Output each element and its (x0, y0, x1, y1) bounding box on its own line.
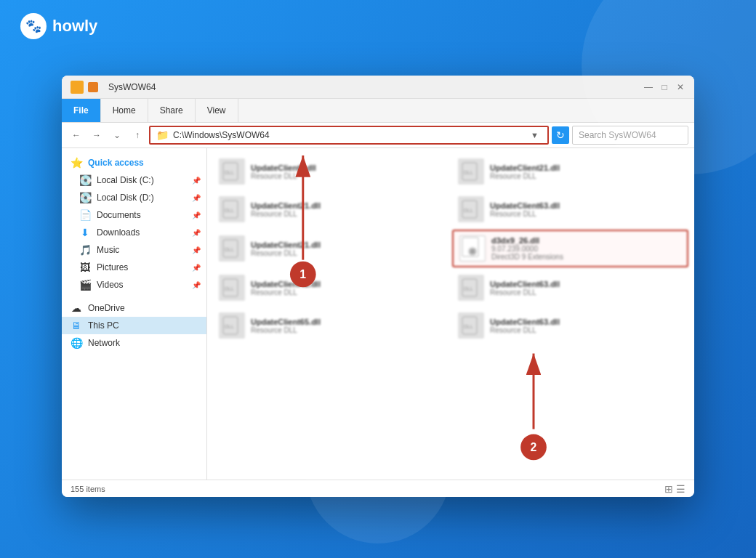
ribbon-tabs: File Home Share View (62, 99, 694, 122)
file-thumb-1: DLL (219, 158, 245, 185)
sidebar-item-local-disk-c[interactable]: 💽 Local Disk (C:) 📌 (62, 171, 206, 189)
file-info-9: UpdateClient65.dll Resource DLL (251, 318, 321, 334)
file-desc-1: Resource DLL (251, 172, 316, 180)
videos-icon: 🎬 (79, 279, 91, 291)
pin-icon-d: 📌 (192, 194, 201, 202)
back-button[interactable]: ← (68, 126, 85, 144)
sidebar-item-this-pc[interactable]: 🖥 This PC (62, 317, 206, 334)
file-item-updateclient21a[interactable]: DLL UpdateClient21.dll Resource DLL (452, 154, 688, 189)
local-disk-d-icon: 💽 (79, 192, 91, 203)
file-info-5: UpdateClient21.dll Resource DLL (251, 240, 321, 257)
sidebar-item-network[interactable]: 🌐 Network (62, 334, 206, 352)
sidebar-item-local-disk-c-label: Local Disk (C:) (97, 175, 154, 185)
sidebar-item-music-label: Music (97, 245, 119, 255)
this-pc-icon: 🖥 (71, 320, 82, 331)
tab-view[interactable]: View (196, 99, 238, 122)
sidebar-item-this-pc-label: This PC (88, 320, 119, 331)
file-thumb-d3dx9 (459, 235, 486, 262)
tab-home[interactable]: Home (101, 99, 148, 122)
sidebar-item-videos-label: Videos (97, 280, 123, 290)
file-item-updateclient5[interactable]: DLL UpdateClient5.dll Resource DLL (213, 154, 449, 189)
sidebar-item-quick-access[interactable]: ⭐ Quick access (62, 154, 206, 171)
sidebar: ⭐ Quick access 💽 Local Disk (C:) 📌 💽 Loc… (62, 148, 207, 480)
up-button[interactable]: ↑ (129, 126, 146, 144)
music-icon: 🎵 (79, 244, 91, 256)
pin-icon-pictures: 📌 (192, 264, 201, 272)
title-bar-sub-icon (88, 82, 98, 92)
file-info-3: UpdateClient21.dll Resource DLL (251, 201, 321, 218)
brand-icon: 🐾 (20, 13, 47, 39)
sidebar-item-pictures-label: Pictures (97, 262, 128, 272)
file-item-updateclient42[interactable]: DLL UpdateClient42.dll Resource DLL (213, 270, 449, 305)
file-name-4: UpdateClient63.dll (490, 201, 560, 210)
file-desc-4: Resource DLL (490, 210, 560, 218)
tab-share[interactable]: Share (148, 99, 196, 122)
file-name-7: UpdateClient42.dll (251, 280, 321, 288)
file-thumb-7: DLL (219, 275, 245, 301)
tab-file[interactable]: File (62, 99, 101, 122)
file-desc-10: Resource DLL (490, 326, 560, 334)
file-thumb-2: DLL (458, 158, 484, 185)
address-text: C:\Windows\SysWOW64 (173, 130, 528, 140)
list-view-icon[interactable]: ☰ (676, 483, 685, 495)
file-item-updateclient63c[interactable]: DLL UpdateClient63.dll Resource DLL (452, 308, 688, 343)
svg-text:DLL: DLL (464, 324, 473, 329)
title-bar-title: SysWOW64 (108, 82, 156, 92)
pictures-icon: 🖼 (79, 262, 91, 273)
file-name-10: UpdateClient63.dll (490, 318, 560, 326)
maximize-button[interactable]: □ (659, 82, 669, 92)
svg-text:DLL: DLL (225, 247, 234, 252)
refresh-button[interactable]: ↻ (552, 126, 569, 144)
file-item-updateclient63b[interactable]: DLL UpdateClient63.dll Resource DLL (452, 270, 688, 305)
file-info-2: UpdateClient21.dll Resource DLL (490, 163, 560, 180)
file-name-d3dx9: d3dx9_26.dll (491, 236, 563, 245)
pin-icon-docs: 📌 (192, 211, 201, 219)
file-desc-9: Resource DLL (251, 326, 321, 334)
sidebar-item-network-label: Network (88, 338, 120, 348)
svg-text:2: 2 (531, 441, 537, 453)
sidebar-item-quick-access-label: Quick access (88, 158, 144, 168)
file-desc-3: Resource DLL (251, 210, 321, 218)
forward-button[interactable]: → (88, 126, 105, 144)
main-content: ⭐ Quick access 💽 Local Disk (C:) 📌 💽 Loc… (62, 148, 694, 480)
file-thumb-10: DLL (458, 312, 484, 339)
sidebar-item-music[interactable]: 🎵 Music 📌 (62, 241, 206, 259)
file-item-updateclient63a[interactable]: DLL UpdateClient63.dll Resource DLL (452, 192, 688, 227)
status-bar: 155 items ⊞ ☰ (62, 480, 694, 497)
search-placeholder: Search SysWOW64 (579, 130, 656, 140)
file-desc-8: Resource DLL (490, 288, 560, 296)
address-bar-row: ← → ⌄ ↑ 📁 C:\Windows\SysWOW64 ▼ ↻ Search… (62, 123, 694, 148)
search-field[interactable]: Search SysWOW64 (572, 126, 688, 145)
sidebar-item-onedrive-label: OneDrive (88, 303, 125, 313)
file-item-updateclient21b[interactable]: DLL UpdateClient21.dll Resource DLL (213, 192, 449, 227)
onedrive-icon: ☁ (71, 302, 82, 314)
sidebar-item-local-disk-d[interactable]: 💽 Local Disk (D:) 📌 (62, 189, 206, 206)
file-name-5: UpdateClient21.dll (251, 240, 321, 249)
title-bar: SysWOW64 — □ ✕ (62, 76, 694, 99)
downloads-icon: ⬇ (79, 227, 91, 238)
file-item-d3dx9[interactable]: d3dx9_26.dll 9.07.239.0000 Direct3D 9 Ex… (452, 230, 688, 267)
sidebar-item-documents[interactable]: 📄 Documents 📌 (62, 206, 206, 224)
details-view-icon[interactable]: ⊞ (664, 483, 673, 495)
minimize-button[interactable]: — (643, 82, 654, 92)
title-bar-folder-icon (71, 81, 84, 94)
file-info-7: UpdateClient42.dll Resource DLL (251, 280, 321, 296)
file-item-updateclient21c[interactable]: DLL UpdateClient21.dll Resource DLL (213, 230, 449, 267)
brand-logo: 🐾 howly (20, 13, 97, 39)
close-button[interactable]: ✕ (675, 82, 685, 92)
sidebar-item-videos[interactable]: 🎬 Videos 📌 (62, 276, 206, 294)
pin-icon-music: 📌 (192, 246, 201, 254)
address-dropdown-arrow[interactable]: ▼ (528, 131, 542, 140)
file-item-updateclient65[interactable]: DLL UpdateClient65.dll Resource DLL (213, 308, 449, 343)
file-thumb-9: DLL (219, 312, 245, 339)
sidebar-item-pictures[interactable]: 🖼 Pictures 📌 (62, 259, 206, 276)
title-bar-left: SysWOW64 (71, 81, 156, 94)
recent-button[interactable]: ⌄ (108, 126, 126, 144)
sidebar-item-downloads[interactable]: ⬇ Downloads 📌 (62, 224, 206, 241)
explorer-window: SysWOW64 — □ ✕ File Home Share View ← → … (62, 76, 694, 497)
svg-text:DLL: DLL (225, 286, 234, 291)
sidebar-item-onedrive[interactable]: ☁ OneDrive (62, 299, 206, 317)
address-field[interactable]: 📁 C:\Windows\SysWOW64 ▼ (149, 126, 549, 145)
svg-text:DLL: DLL (464, 286, 473, 291)
svg-text:DLL: DLL (225, 170, 234, 175)
